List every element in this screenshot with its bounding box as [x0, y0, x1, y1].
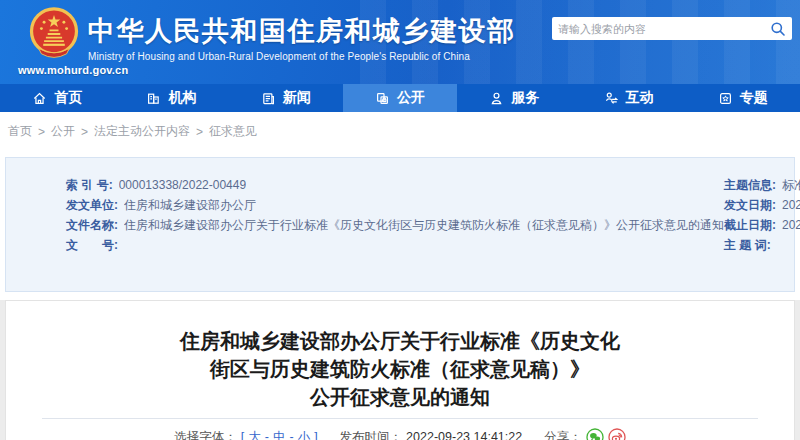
breadcrumb-item-solicit-opinions[interactable]: 征求意见: [209, 123, 257, 140]
publish-time-value: 2022-09-23 14:41:22: [406, 430, 522, 440]
site-title: 中华人民共和国住房和城乡建设部: [88, 15, 516, 47]
nav-item-label: 公开: [397, 89, 425, 107]
nav-item-special-topic[interactable]: 专题: [686, 84, 800, 112]
article-meta-bar: 选择字体： [ 大 - 中 - 小 ] 发布时间： 2022-09-23 14:…: [6, 428, 794, 440]
meta-row-issuing-unit: 发文单位: 住房和城乡建设部办公厅: [66, 195, 724, 215]
breadcrumb-item-statutory-disclosure[interactable]: 法定主动公开内容: [94, 123, 190, 140]
search-icon[interactable]: [770, 21, 786, 37]
article-title-line: 公开征求意见的通知: [6, 383, 794, 411]
weibo-share-icon[interactable]: [608, 428, 626, 440]
search-box: [552, 17, 792, 40]
nav-item-service[interactable]: 服务: [457, 84, 571, 112]
breadcrumb: 首页 > 公开 > 法定主动公开内容 > 征求意见: [0, 112, 800, 153]
news-icon: [261, 91, 276, 106]
main-nav: 首页 机构 新闻 公开 服务: [0, 84, 800, 112]
meta-panel-wrap: 索 引 号: 000013338/2022-00449 发文单位: 住房和城乡建…: [0, 153, 800, 300]
document-meta-panel: 索 引 号: 000013338/2022-00449 发文单位: 住房和城乡建…: [5, 157, 795, 292]
breadcrumb-item-disclosure[interactable]: 公开: [51, 123, 75, 140]
breadcrumb-separator: >: [196, 125, 203, 139]
article-title-line: 住房和城乡建设部办公厅关于行业标准《历史文化: [6, 327, 794, 355]
meta-row-keywords: 主 题 词:: [724, 235, 800, 255]
meta-left-column: 索 引 号: 000013338/2022-00449 发文单位: 住房和城乡建…: [6, 175, 724, 291]
home-icon: [32, 91, 47, 106]
meta-value: 2022-09-21: [782, 195, 800, 215]
search-input[interactable]: [558, 23, 770, 35]
disclosure-icon: [375, 91, 390, 106]
meta-value: 2022-10-26: [782, 215, 800, 235]
interaction-icon: [604, 91, 619, 106]
article-card: 住房和城乡建设部办公厅关于行业标准《历史文化 街区与历史建筑防火标准（征求意见稿…: [5, 300, 795, 440]
font-size-open-bracket: [: [241, 430, 244, 440]
meta-right-column: 主题信息: 标准定额 发文日期: 2022-09-21 截止日期: 2022-1…: [724, 175, 800, 291]
meta-value: 住房和城乡建设部办公厅: [124, 195, 256, 215]
meta-value: 住房和城乡建设部办公厅关于行业标准《历史文化街区与历史建筑防火标准（征求意见稿）…: [124, 215, 724, 235]
font-size-medium-button[interactable]: 中: [273, 429, 286, 440]
font-size-close-bracket: ]: [314, 430, 317, 440]
font-size-separator: -: [289, 430, 293, 440]
site-subtitle-en: Ministry of Housing and Urban-Rural Deve…: [88, 51, 516, 62]
font-size-label: 选择字体：: [174, 429, 237, 440]
site-title-block: 中华人民共和国住房和城乡建设部 Ministry of Housing and …: [88, 15, 516, 62]
nav-item-organization[interactable]: 机构: [114, 84, 228, 112]
article-title-line: 街区与历史建筑防火标准（征求意见稿）》: [6, 355, 794, 383]
national-emblem-icon: [27, 6, 81, 62]
article-title: 住房和城乡建设部办公厅关于行业标准《历史文化 街区与历史建筑防火标准（征求意见稿…: [6, 327, 794, 411]
special-topic-icon: [718, 91, 733, 106]
title-divider: [42, 418, 758, 419]
service-icon: [489, 91, 504, 106]
breadcrumb-item-home[interactable]: 首页: [8, 123, 32, 140]
nav-item-interaction[interactable]: 互动: [571, 84, 685, 112]
breadcrumb-separator: >: [38, 125, 45, 139]
nav-item-label: 首页: [54, 89, 82, 107]
meta-label: 发文日期:: [724, 195, 776, 215]
site-header: www.mohurd.gov.cn 中华人民共和国住房和城乡建设部 Minist…: [0, 0, 800, 84]
nav-item-label: 互动: [626, 89, 654, 107]
site-url: www.mohurd.gov.cn: [18, 64, 128, 76]
meta-label: 主 题 词:: [724, 235, 771, 255]
meta-row-document-number: 文 号:: [66, 235, 724, 255]
wechat-share-icon[interactable]: [586, 428, 604, 440]
meta-label: 发文单位:: [66, 195, 118, 215]
nav-item-label: 服务: [511, 89, 539, 107]
nav-item-label: 新闻: [283, 89, 311, 107]
meta-label: 文 号:: [66, 235, 118, 255]
nav-item-home[interactable]: 首页: [0, 84, 114, 112]
nav-item-label: 专题: [740, 89, 768, 107]
meta-label: 截止日期:: [724, 215, 776, 235]
meta-label: 索 引 号:: [66, 175, 113, 195]
meta-row-deadline-date: 截止日期: 2022-10-26: [724, 215, 800, 235]
font-size-separator: -: [265, 430, 269, 440]
organization-icon: [146, 91, 161, 106]
meta-value: 标准定额: [782, 175, 800, 195]
meta-row-topic-info: 主题信息: 标准定额: [724, 175, 800, 195]
nav-item-disclosure[interactable]: 公开: [343, 84, 457, 112]
article-zone: 住房和城乡建设部办公厅关于行业标准《历史文化 街区与历史建筑防火标准（征求意见稿…: [0, 300, 800, 440]
breadcrumb-separator: >: [81, 125, 88, 139]
nav-item-label: 机构: [168, 89, 196, 107]
meta-label: 主题信息:: [724, 175, 776, 195]
share-label: 分享：: [544, 429, 582, 440]
meta-row-index-number: 索 引 号: 000013338/2022-00449: [66, 175, 724, 195]
meta-value: 000013338/2022-00449: [119, 175, 246, 195]
font-size-small-button[interactable]: 小: [298, 429, 311, 440]
meta-row-issue-date: 发文日期: 2022-09-21: [724, 195, 800, 215]
meta-label: 文件名称:: [66, 215, 118, 235]
nav-item-news[interactable]: 新闻: [229, 84, 343, 112]
meta-row-document-title: 文件名称: 住房和城乡建设部办公厅关于行业标准《历史文化街区与历史建筑防火标准（…: [66, 215, 724, 235]
publish-time-label: 发布时间：: [340, 429, 403, 440]
font-size-large-button[interactable]: 大: [248, 429, 261, 440]
